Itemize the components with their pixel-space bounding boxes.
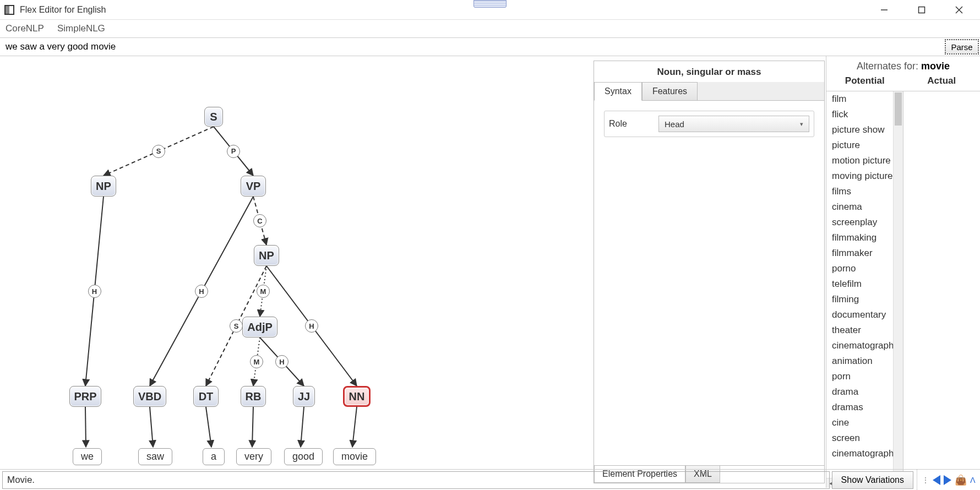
list-item[interactable]: flick [826,107,893,122]
list-item[interactable]: filming [826,292,893,307]
role-select-value: Head [665,119,684,129]
list-item[interactable]: theater [826,323,893,338]
col-potential: Potential [826,73,903,91]
col-actual: Actual [903,73,981,91]
minimize-button[interactable] [873,2,895,18]
tree-leaf[interactable]: saw [138,448,172,465]
edge-label: S [230,319,243,333]
scrollbar-vertical[interactable]: ▲ ▼ [893,91,903,478]
dots-icon: ⋮ [922,476,929,484]
tree-node-JJ[interactable]: JJ [293,386,315,407]
list-item[interactable]: film [826,91,893,107]
scroll-thumb[interactable] [895,92,902,126]
svg-line-4 [85,407,86,447]
app-icon [4,5,14,15]
actual-list[interactable] [903,91,980,488]
window-title: Flex Editor for English [20,5,106,15]
list-item[interactable]: cine [826,415,893,431]
list-item[interactable]: drama [826,384,893,400]
edge-label: S [152,145,165,158]
list-item[interactable]: motion picture [826,153,893,168]
list-item[interactable]: cinematography [826,338,893,353]
tree-node-AdjP[interactable]: AdjP [242,317,277,337]
edge-label: C [253,214,266,227]
list-item[interactable]: films [826,184,893,199]
role-row: Role Head ▾ [604,111,814,137]
parse-button[interactable]: Parse [945,39,979,55]
list-item[interactable]: screenplay [826,215,893,230]
menu-corenlp[interactable]: CoreNLP [6,23,44,34]
properties-top-tabs: Syntax Features [594,82,824,101]
show-variations-button[interactable]: Show Variations [832,471,913,489]
edge-label: H [275,355,288,368]
maximize-button[interactable] [911,2,933,18]
potential-list[interactable]: filmflickpicture showpicturemotion pictu… [826,91,903,488]
list-item[interactable]: filmmaker [826,246,893,261]
svg-line-7 [252,407,253,447]
list-item[interactable]: moving picture [826,168,893,184]
alternates-title: Alternates for: movie [826,56,980,73]
close-button[interactable] [948,2,970,18]
alternates-sidebar: Alternates for: movie Potential Actual f… [826,56,980,488]
list-item[interactable]: cinematographic [826,446,893,461]
tree-leaf[interactable]: a [203,448,225,465]
edge-label: H [88,285,101,298]
list-item[interactable]: documentary [826,307,893,323]
svg-line-6 [206,407,211,447]
list-item[interactable]: filmmaking [826,230,893,246]
role-label: Role [609,119,658,129]
list-item[interactable]: animation [826,353,893,369]
tab-features[interactable]: Features [642,82,698,100]
list-item[interactable]: picture [826,138,893,153]
tree-node-NP2[interactable]: NP [254,245,279,266]
list-item[interactable]: porn [826,369,893,384]
list-item[interactable]: telefilm [826,276,893,292]
tree-node-DT[interactable]: DT [193,386,219,407]
tab-syntax[interactable]: Syntax [594,82,642,101]
properties-panel: Noun, singular or mass Syntax Features R… [594,61,825,483]
nav-next-button[interactable] [944,475,951,485]
tree-node-PRP[interactable]: PRP [69,386,101,407]
tree-node-VP[interactable]: VP [241,176,266,197]
tree-leaf[interactable]: movie [333,448,376,465]
tree-node-VBD[interactable]: VBD [133,386,166,407]
edge-label: H [195,285,208,298]
svg-line-8 [301,407,304,447]
tree-node-NN[interactable]: NN [343,386,371,407]
tree-leaf[interactable]: good [284,448,323,465]
bottombar: Movie. Show Variations ⋮ 👜 ᐱ [0,469,980,490]
list-item[interactable]: screen [826,431,893,446]
bag-icon[interactable]: 👜 [955,474,967,486]
tree-leaf[interactable]: we [73,448,102,465]
edge-label: M [250,355,263,368]
output-text: Movie. [2,471,830,489]
drag-handle[interactable] [473,0,507,8]
edge-label: M [257,285,270,298]
tree-leaf[interactable]: very [236,448,271,465]
tree-node-NP1[interactable]: NP [91,176,116,197]
chevron-up-icon[interactable]: ᐱ [970,476,976,484]
role-select[interactable]: Head ▾ [658,116,809,132]
tree-svg [0,56,457,475]
menu-simplenlg[interactable]: SimpleNLG [57,23,105,34]
titlebar: Flex Editor for English [0,0,980,20]
nav-prev-button[interactable] [933,475,940,485]
svg-line-5 [150,407,153,447]
sentence-input[interactable] [0,38,944,56]
chevron-down-icon: ▾ [800,121,803,128]
list-item[interactable]: porno [826,261,893,276]
tree-area[interactable]: SNPVPNPAdjPPRPVBDDTRBJJNNwesawaverygoodm… [0,56,594,488]
parse-row: Parse [0,37,980,56]
svg-line-9 [352,407,357,447]
edge-label: H [305,319,318,333]
tree-node-RB[interactable]: RB [241,386,266,407]
tree-node-S[interactable]: S [204,107,223,127]
list-item[interactable]: cinema [826,199,893,215]
list-item[interactable]: dramas [826,400,893,415]
menubar: CoreNLP SimpleNLG [0,20,980,37]
properties-header: Noun, singular or mass [594,61,824,82]
svg-rect-1 [919,7,925,13]
edge-label: P [227,145,240,158]
list-item[interactable]: picture show [826,122,893,138]
